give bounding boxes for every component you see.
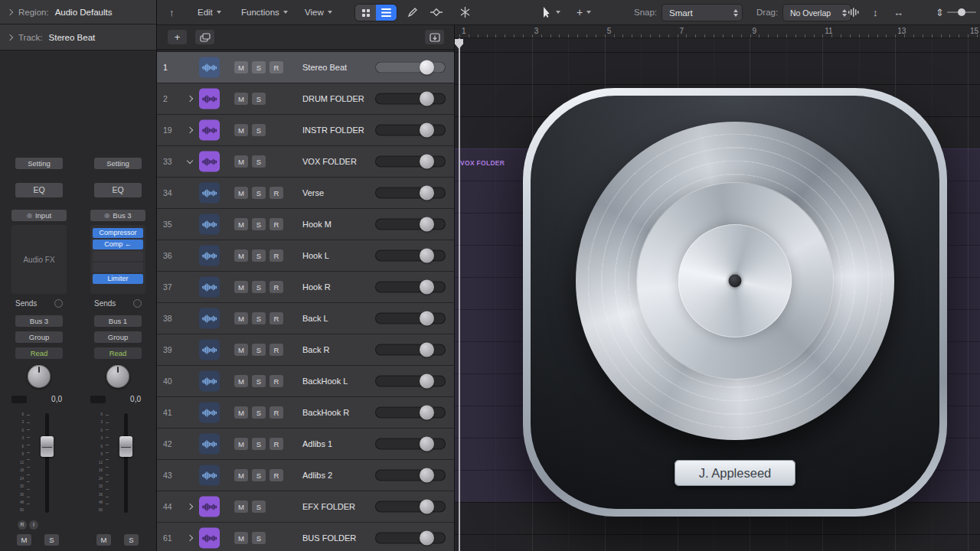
hierarchy-up-button[interactable]: ↑ [169, 7, 175, 18]
mute-button[interactable]: M [234, 155, 248, 168]
slider-knob[interactable] [420, 217, 434, 232]
track-volume-slider[interactable] [375, 62, 446, 73]
insert-slot-comp[interactable]: Comp ← [93, 240, 143, 249]
snap-dropdown[interactable]: Smart [662, 5, 742, 21]
track-row[interactable]: 2 MS DRUM FOLDER [157, 83, 454, 115]
solo-button[interactable]: S [252, 344, 266, 356]
slider-knob[interactable] [420, 249, 434, 263]
track-volume-slider[interactable] [375, 376, 446, 387]
solo-button[interactable]: S [252, 155, 266, 168]
disclosure-triangle-icon[interactable] [185, 94, 194, 103]
track-row[interactable]: 42 MSR Adlibs 1 [157, 429, 454, 460]
slider-knob[interactable] [420, 343, 434, 357]
send-bus-button[interactable]: Bus 1 [94, 315, 142, 327]
solo-button[interactable]: S [252, 218, 266, 230]
slider-knob[interactable] [420, 406, 434, 420]
track-volume-slider[interactable] [375, 439, 446, 450]
track-row[interactable]: 36 MSR Hook L [157, 240, 454, 272]
eq-button[interactable]: EQ [15, 183, 63, 197]
view-menu[interactable]: View [305, 8, 332, 17]
mute-button[interactable]: M [234, 438, 248, 450]
audio-fx-area[interactable]: Audio FX [11, 225, 67, 294]
mute-button[interactable]: M [234, 312, 248, 324]
playhead-line[interactable] [459, 38, 460, 551]
solo-button[interactable]: S [252, 281, 266, 293]
solo-button[interactable]: S [252, 249, 266, 262]
track-row[interactable]: 34 MSR Verse [157, 178, 454, 209]
record-button[interactable]: R [270, 218, 283, 230]
drag-dropdown[interactable]: No Overlap [783, 5, 851, 21]
track-row[interactable]: 19 MS INSTR FOLDER [157, 115, 454, 146]
disclosure-triangle-icon[interactable] [185, 502, 194, 511]
group-button[interactable]: Group [94, 331, 142, 343]
grid-view-button[interactable] [355, 5, 376, 21]
waveform-zoom-button[interactable] [848, 8, 861, 17]
list-view-button[interactable] [376, 5, 397, 21]
solo-button[interactable]: S [252, 187, 266, 199]
duplicate-track-button[interactable] [195, 30, 214, 44]
vertical-zoom-button[interactable]: ↕ [873, 7, 878, 18]
setting-button[interactable]: Setting [15, 158, 63, 169]
eq-button[interactable]: EQ [94, 183, 142, 197]
track-volume-slider[interactable] [375, 219, 446, 230]
fader-handle[interactable] [41, 436, 54, 457]
record-button[interactable]: R [270, 406, 283, 419]
mute-button[interactable]: M [234, 187, 248, 199]
solo-button[interactable]: S [252, 532, 266, 544]
track-volume-slider[interactable] [375, 533, 446, 544]
solo-button[interactable]: S [252, 500, 266, 513]
slider-knob[interactable] [420, 60, 434, 75]
track-volume-slider[interactable] [375, 407, 446, 419]
bar-ruler[interactable]: 13579111315 [455, 25, 980, 38]
solo-button[interactable]: S [44, 534, 59, 546]
record-button[interactable]: R [270, 187, 283, 199]
zoom-slider[interactable] [947, 11, 976, 13]
insert-slot-limiter[interactable]: Limiter [93, 274, 143, 284]
record-button[interactable]: R [270, 249, 283, 262]
slider-knob[interactable] [420, 311, 434, 326]
track-volume-slider[interactable] [375, 313, 446, 324]
mute-button[interactable]: M [234, 375, 248, 387]
track-row[interactable]: 33 MS VOX FOLDER [157, 146, 454, 178]
pan-knob[interactable] [28, 365, 51, 388]
node-tool-button[interactable] [430, 7, 443, 18]
pan-knob[interactable] [106, 365, 129, 388]
automation-mode-button[interactable]: Read [94, 347, 142, 359]
volume-fader[interactable] [45, 413, 49, 513]
slider-knob[interactable] [420, 374, 434, 389]
mute-button[interactable]: M [234, 218, 248, 230]
functions-menu[interactable]: Functions [241, 8, 288, 17]
track-row[interactable]: 44 MS EFX FOLDER [157, 491, 454, 523]
mute-button[interactable]: M [234, 249, 248, 262]
setting-button[interactable]: Setting [94, 158, 142, 169]
track-row[interactable]: 61 MS BUS FOLDER [157, 523, 454, 551]
record-button[interactable]: R [270, 281, 283, 293]
track-row[interactable]: 41 MSR BackHook R [157, 397, 454, 429]
track-row[interactable]: 43 MSR Adlibs 2 [157, 460, 454, 491]
input-button[interactable]: ◎Input [11, 210, 67, 221]
tracks-area[interactable]: VOX FOLDER J. Appleseed [455, 38, 980, 551]
track-row[interactable]: 1 MSR Stereo Beat [157, 52, 454, 83]
track-volume-slider[interactable] [375, 125, 446, 136]
track-volume-slider[interactable] [375, 344, 446, 356]
solo-button[interactable]: S [252, 375, 266, 387]
volume-fader[interactable] [124, 413, 128, 513]
solo-button[interactable]: S [252, 469, 266, 481]
slider-knob[interactable] [420, 280, 434, 295]
track-volume-slider[interactable] [375, 282, 446, 293]
track-header-options-button[interactable] [425, 30, 444, 44]
disclosure-triangle-icon[interactable] [185, 157, 194, 166]
edit-menu[interactable]: Edit [198, 8, 221, 17]
slider-knob[interactable] [420, 500, 434, 514]
slider-knob[interactable] [420, 468, 434, 483]
solo-button[interactable]: S [252, 61, 266, 73]
track-row[interactable]: 35 MSR Hook M [157, 209, 454, 240]
track-volume-slider[interactable] [375, 501, 446, 513]
flex-tool-button[interactable] [459, 7, 471, 18]
track-row[interactable]: 38 MSR Back L [157, 303, 454, 334]
mute-button[interactable]: M [234, 500, 248, 513]
insert-slot-compressor[interactable]: Compressor [93, 228, 143, 238]
mute-button[interactable]: M [234, 344, 248, 356]
track-volume-slider[interactable] [375, 93, 446, 105]
slider-knob[interactable] [420, 531, 434, 546]
